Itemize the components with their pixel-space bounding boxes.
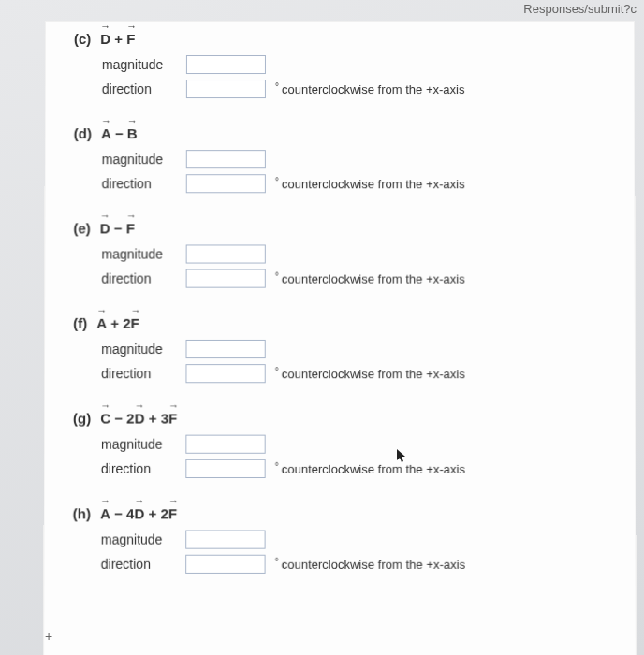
problem-expression: A − 4D + 2F: [100, 505, 177, 521]
problem-letter: (h): [73, 505, 91, 521]
magnitude-row: magnitude: [74, 147, 607, 171]
direction-row: direction°counterclockwise from the +x-a…: [74, 171, 607, 196]
direction-unit-text: counterclockwise from the +x-axis: [282, 461, 465, 475]
direction-input[interactable]: [185, 364, 265, 383]
magnitude-input[interactable]: [185, 530, 265, 548]
direction-row: direction°counterclockwise from the +x-a…: [73, 267, 606, 291]
problem-block: (c)D + Fmagnitudedirection°counterclockw…: [74, 22, 607, 116]
url-fragment: Responses/submit?c: [523, 2, 637, 16]
problem-letter: (g): [73, 410, 91, 426]
direction-input[interactable]: [185, 555, 265, 574]
magnitude-label: magnitude: [102, 152, 186, 167]
magnitude-label: magnitude: [101, 437, 185, 452]
magnitude-row: magnitude: [73, 432, 607, 457]
direction-row: direction°counterclockwise from the +x-a…: [73, 552, 607, 576]
magnitude-input[interactable]: [185, 435, 265, 454]
magnitude-row: magnitude: [73, 337, 607, 361]
magnitude-label: magnitude: [101, 246, 185, 261]
direction-unit: °counterclockwise from the +x-axis: [275, 82, 465, 96]
direction-unit-text: counterclockwise from the +x-axis: [282, 271, 465, 285]
problem-block: (h)A − 4D + 2Fmagnitudedirection°counter…: [72, 496, 607, 591]
problem-block: (f)A + 2Fmagnitudedirection°counterclock…: [73, 306, 607, 401]
direction-label: direction: [101, 461, 185, 476]
magnitude-row: magnitude: [74, 52, 606, 77]
magnitude-row: magnitude: [73, 527, 607, 551]
direction-input[interactable]: [186, 80, 266, 98]
magnitude-input[interactable]: [186, 55, 266, 74]
problem-expression: D + F: [100, 31, 135, 47]
problem-block: (d)A − Bmagnitudedirection°counterclockw…: [73, 116, 606, 211]
problem-heading: (c)D + F: [74, 31, 606, 52]
problem-letter: (d): [74, 125, 92, 141]
problem-heading: (e)D − F: [73, 220, 606, 241]
direction-unit-text: counterclockwise from the +x-axis: [282, 367, 465, 381]
degree-symbol: °: [275, 176, 279, 186]
direction-unit-text: counterclockwise from the +x-axis: [282, 82, 465, 96]
problem-block: (g)C − 2D + 3Fmagnitudedirection°counter…: [73, 400, 607, 496]
degree-symbol: °: [275, 270, 279, 281]
direction-unit: °counterclockwise from the +x-axis: [275, 271, 465, 285]
direction-label: direction: [102, 176, 186, 191]
magnitude-label: magnitude: [101, 342, 185, 357]
degree-symbol: °: [275, 460, 279, 471]
problem-expression: D − F: [100, 220, 135, 236]
direction-input[interactable]: [185, 459, 265, 478]
magnitude-label: magnitude: [102, 57, 186, 72]
worksheet-page: (c)D + Fmagnitudedirection°counterclockw…: [43, 21, 637, 655]
direction-unit: °counterclockwise from the +x-axis: [275, 367, 465, 381]
problem-heading: (g)C − 2D + 3F: [73, 410, 607, 431]
direction-row: direction°counterclockwise from the +x-a…: [74, 77, 606, 101]
direction-unit: °counterclockwise from the +x-axis: [275, 461, 465, 475]
magnitude-label: magnitude: [101, 532, 185, 547]
problem-heading: (d)A − B: [74, 125, 607, 147]
problem-block: (e)D − Fmagnitudedirection°counterclockw…: [73, 211, 607, 305]
direction-unit-text: counterclockwise from the +x-axis: [282, 177, 465, 191]
problem-letter: (e): [73, 220, 90, 236]
problem-heading: (f)A + 2F: [73, 315, 607, 337]
magnitude-input[interactable]: [185, 340, 265, 358]
direction-label: direction: [102, 81, 186, 96]
direction-unit-text: counterclockwise from the +x-axis: [282, 557, 465, 571]
problem-heading: (h)A − 4D + 2F: [73, 505, 607, 527]
direction-input[interactable]: [186, 269, 266, 288]
direction-label: direction: [101, 366, 185, 381]
direction-unit: °counterclockwise from the +x-axis: [275, 557, 465, 571]
footer-plus: +: [45, 629, 52, 644]
magnitude-row: magnitude: [73, 241, 606, 266]
direction-label: direction: [101, 557, 185, 572]
degree-symbol: °: [275, 366, 279, 376]
degree-symbol: °: [275, 556, 279, 566]
direction-input[interactable]: [186, 174, 266, 193]
direction-label: direction: [101, 271, 185, 286]
problem-expression: A − B: [101, 125, 138, 141]
magnitude-input[interactable]: [186, 244, 266, 263]
problem-letter: (c): [74, 31, 91, 47]
magnitude-input[interactable]: [186, 150, 266, 168]
problem-expression: C − 2D + 3F: [100, 410, 177, 426]
problem-expression: A + 2F: [96, 315, 139, 331]
direction-row: direction°counterclockwise from the +x-a…: [73, 457, 607, 481]
degree-symbol: °: [275, 81, 279, 92]
direction-row: direction°counterclockwise from the +x-a…: [73, 361, 607, 386]
problem-letter: (f): [73, 315, 87, 331]
direction-unit: °counterclockwise from the +x-axis: [275, 177, 465, 191]
